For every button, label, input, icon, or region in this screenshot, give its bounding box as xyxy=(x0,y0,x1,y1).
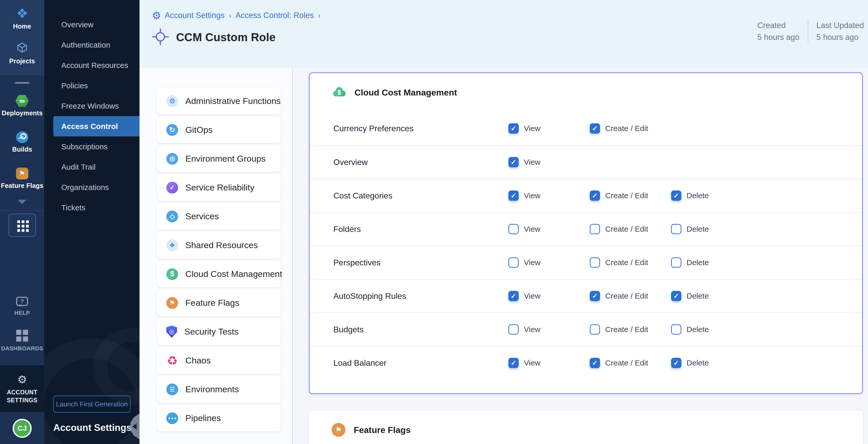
created-meta: Created 5 hours ago xyxy=(757,20,800,43)
delete-checkbox-label: Delete xyxy=(686,225,709,233)
launch-first-generation-button[interactable]: Launch First Generation xyxy=(53,395,130,413)
module-selector-button[interactable] xyxy=(8,214,36,237)
create-edit-checkbox[interactable] xyxy=(590,358,600,368)
delete-checkbox[interactable] xyxy=(671,324,681,335)
create-edit-permission: Create / Edit xyxy=(590,190,671,201)
resource-type-item[interactable]: Environment Groups xyxy=(157,146,281,172)
resource-type-icon xyxy=(166,297,178,309)
permission-row: Cost Categories View Create / Edit xyxy=(310,179,862,212)
resource-type-item[interactable]: Security Tests xyxy=(157,318,281,345)
create-edit-checkbox[interactable] xyxy=(590,291,600,301)
breadcrumb: ⚙ Account Settings › Access Control: Rol… xyxy=(152,10,868,21)
nav-account-settings[interactable]: ⚙ ACCOUNT SETTINGS xyxy=(0,365,44,412)
permission-resource-label: Budgets xyxy=(333,325,508,335)
view-checkbox-label: View xyxy=(524,358,540,367)
delete-permission: Delete xyxy=(671,291,752,301)
resource-type-item[interactable]: GitOps xyxy=(157,117,281,143)
create-edit-checkbox[interactable] xyxy=(590,257,600,268)
view-checkbox[interactable] xyxy=(508,157,519,167)
settings-sidebar: Overview Authentication Account Resource… xyxy=(44,0,140,444)
settings-nav-item[interactable]: Tickets xyxy=(44,197,140,218)
resource-type-item[interactable]: Cloud Cost Management xyxy=(157,261,281,287)
delete-checkbox[interactable] xyxy=(671,224,681,234)
view-checkbox[interactable] xyxy=(508,224,519,234)
permission-rows: Currency Preferences View Create / Edit xyxy=(310,112,862,379)
ccm-permissions-panel: $ Cloud Cost Management Currency Prefere… xyxy=(309,72,863,394)
avatar-wrap: CJ xyxy=(12,412,32,444)
resource-type-icon xyxy=(166,326,177,338)
delete-checkbox[interactable] xyxy=(671,257,681,268)
resource-type-item[interactable]: Pipelines xyxy=(157,405,281,432)
create-edit-permission: Create / Edit xyxy=(590,257,671,268)
resource-type-label: Services xyxy=(185,211,219,221)
view-permission: View xyxy=(508,358,590,368)
permission-row: Budgets View Create / Edit xyxy=(310,313,862,346)
resource-type-item[interactable]: Shared Resources xyxy=(157,232,281,258)
settings-nav-item[interactable]: Access Control xyxy=(53,116,140,136)
view-checkbox[interactable] xyxy=(508,190,519,201)
view-checkbox-label: View xyxy=(524,124,540,133)
settings-nav-item[interactable]: Authentication xyxy=(44,35,140,55)
breadcrumb-account-settings[interactable]: Account Settings xyxy=(165,11,225,20)
view-checkbox-label: View xyxy=(524,225,540,233)
view-checkbox-label: View xyxy=(524,191,540,200)
create-edit-permission: Create / Edit xyxy=(590,224,671,234)
create-edit-checkbox[interactable] xyxy=(590,224,600,234)
chevron-down-icon[interactable] xyxy=(18,200,27,204)
delete-permission: Delete xyxy=(671,324,752,335)
nav-home[interactable]: ❖ Home xyxy=(13,7,31,30)
resource-type-icon xyxy=(166,153,178,165)
resource-type-item[interactable]: Chaos xyxy=(157,347,281,374)
resource-type-item[interactable]: Feature Flags xyxy=(157,290,281,316)
settings-nav-item[interactable]: Overview xyxy=(44,14,140,35)
resource-type-item[interactable]: Service Reliability xyxy=(157,174,281,201)
nav-projects[interactable]: Projects xyxy=(9,41,35,65)
delete-permission: Delete xyxy=(671,224,752,234)
nav-deployments[interactable]: ∞ Deployments xyxy=(2,95,42,117)
last-updated-meta: Last Updated 5 hours ago xyxy=(816,20,864,43)
nav-help[interactable]: ? HELP xyxy=(14,297,30,316)
nav-feature-flags[interactable]: ⚑ Feature Flags xyxy=(1,167,43,189)
permission-row: AutoStopping Rules View Create / Edit xyxy=(310,279,862,313)
settings-nav-item[interactable]: Policies xyxy=(44,75,140,96)
user-avatar[interactable]: CJ xyxy=(12,419,32,438)
permission-row: Load Balancer View Create / Edit xyxy=(310,346,862,379)
permission-resource-label: Folders xyxy=(333,224,508,234)
view-checkbox[interactable] xyxy=(508,324,519,335)
view-checkbox[interactable] xyxy=(508,291,519,301)
view-checkbox-label: View xyxy=(524,325,540,334)
last-updated-value: 5 hours ago xyxy=(816,31,864,43)
delete-checkbox[interactable] xyxy=(671,291,681,301)
nav-builds[interactable]: Builds xyxy=(12,131,32,153)
settings-nav-item[interactable]: Subscriptions xyxy=(44,136,140,157)
view-checkbox[interactable] xyxy=(508,358,519,368)
nav-dashboards[interactable]: DASHBOARDS xyxy=(1,330,43,352)
permission-resource-label: Load Balancer xyxy=(333,358,508,368)
delete-checkbox-label: Delete xyxy=(686,258,709,267)
rail-divider-dash xyxy=(15,82,29,84)
resource-type-item[interactable]: Services xyxy=(157,203,281,230)
view-permission: View xyxy=(508,157,590,167)
create-edit-checkbox[interactable] xyxy=(590,190,600,201)
meta-divider xyxy=(808,21,808,42)
view-checkbox[interactable] xyxy=(508,123,519,134)
create-edit-checkbox[interactable] xyxy=(590,324,600,335)
resource-type-item[interactable]: Environments xyxy=(157,376,281,403)
settings-nav-item[interactable]: Freeze Windows xyxy=(44,96,140,116)
breadcrumb-access-control-roles[interactable]: Access Control: Roles xyxy=(236,11,314,20)
breadcrumb-separator: › xyxy=(228,11,232,20)
breadcrumb-separator: › xyxy=(317,11,321,20)
create-edit-checkbox[interactable] xyxy=(590,123,600,134)
create-edit-permission: Create / Edit xyxy=(590,324,671,335)
delete-checkbox[interactable] xyxy=(671,190,681,201)
resource-type-label: Administrative Functions xyxy=(185,96,281,106)
settings-nav-item[interactable]: Account Resources xyxy=(44,55,140,75)
role-meta: Created 5 hours ago Last Updated 5 hours… xyxy=(757,20,864,43)
view-checkbox[interactable] xyxy=(508,257,519,268)
settings-nav-item[interactable]: Organizations xyxy=(44,177,140,197)
resource-type-item[interactable]: Administrative Functions xyxy=(157,88,281,114)
settings-nav-item[interactable]: Audit Trail xyxy=(44,157,140,177)
delete-checkbox[interactable] xyxy=(671,358,681,368)
nav-dashboards-label: DASHBOARDS xyxy=(1,345,43,352)
create-edit-checkbox-label: Create / Edit xyxy=(605,292,648,300)
